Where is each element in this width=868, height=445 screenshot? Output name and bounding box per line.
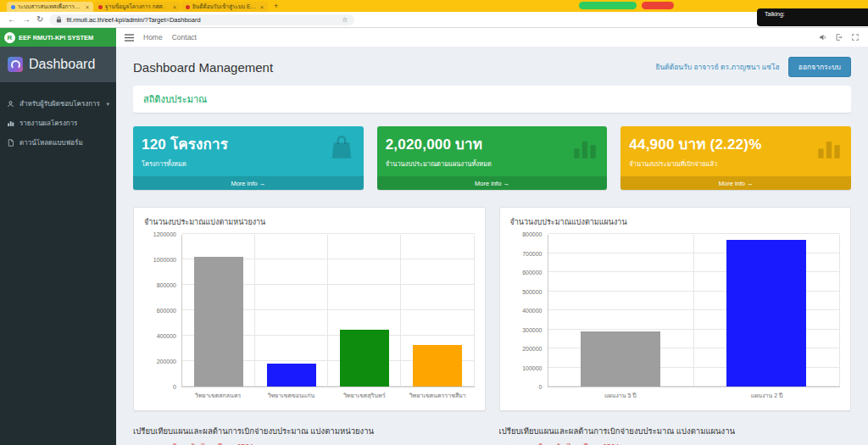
x-axis-label: วิทยาเขตสุรินทร์ [328,387,401,400]
sidebar-item-project-report[interactable]: รายงานผลโครงการ [0,114,116,133]
chart-bar [413,345,462,387]
sidebar-item-label: สำหรับผู้รับผิดชอบโครงการ [19,98,100,109]
tab-title: ยินดีต้อนรับเข้าสู่ระบบ EEF-KPI [192,3,258,11]
stat-card-value: 44,900 บาท (2.22)% [629,132,843,155]
x-axis-label: วิทยาเขตขอนแก่น [254,387,327,400]
forward-icon[interactable]: → [22,15,31,24]
browser-tab[interactable]: ฐานข้อมูลโครงการ กสศ. × [94,2,181,12]
stat-card-subtitle: โครงการทั้งหมด [142,159,355,169]
navbar-icons [819,33,860,42]
sign-out-icon[interactable] [835,33,843,42]
new-tab-button[interactable]: + [274,3,278,10]
lock-icon [56,16,62,23]
stat-card-subtitle: จำนวนงบประมาณตามแผนงานทั้งหมด [386,159,599,169]
page-header: Dashboard Management ยินดีต้อนรับ อาจารย… [133,53,851,86]
sidebar: R EEF RMUTI-KPI SYSTEM Dashboard สำหรับผ… [0,28,116,445]
volume-icon[interactable] [819,33,827,42]
bottom-section-by-unit: เปรียบเทียบแผนและผลด้านการเบิกจ่ายงบประม… [133,425,486,445]
brand-header[interactable]: R EEF RMUTI-KPI SYSTEM [0,28,116,47]
tab-favicon-icon [98,5,103,9]
stat-card-value: 2,020,000 บาท [386,132,599,155]
bottom-section-by-plan: เปรียบเทียบแผนและผลด้านการเบิกจ่ายงบประม… [499,425,852,445]
refresh-icon[interactable]: ↻ [36,15,43,24]
brand-title: EEF RMUTI-KPI SYSTEM [19,34,93,42]
header-right: ยินดีต้อนรับ อาจารย์ ดร.ภาญชนา แซ่โฮ ออก… [655,57,851,77]
talking-label: Talking: [765,11,785,17]
chart-bar [194,257,243,387]
chart-panel-by-unit: จำนวนงบประมาณแบ่งตามหน่วยงาน 02000004000… [133,207,486,411]
more-info-link[interactable]: More info → [133,176,364,190]
chart-bar [581,331,660,387]
stat-card-body: 44,900 บาท (2.22)% จำนวนงบประมาณที่เบิกจ… [620,126,851,176]
stat-card-projects: 120 โครงการ โครงการทั้งหมด More info → [133,126,364,190]
charts-row: จำนวนงบประมาณแบ่งตามหน่วยงาน 02000004000… [133,207,851,411]
tab-close-icon[interactable]: × [173,4,176,10]
hamburger-menu-icon[interactable] [125,34,134,42]
chart-title: จำนวนงบประมาณแบ่งตามแผนงาน [510,216,841,228]
tab-close-icon[interactable]: × [86,4,89,10]
stat-card-subtitle: จำนวนงบประมาณที่เบิกจ่ายแล้ว [629,159,843,169]
tab-favicon-icon [186,5,190,9]
dashboard-gauge-icon [8,57,23,72]
chart-bar [340,330,389,387]
stat-card-value: 120 โครงการ [142,132,355,155]
sidebar-dashboard-header[interactable]: Dashboard [0,47,116,82]
browser-tab[interactable]: ระบบสารสนเทศเพื่อการบริหาร × [7,2,93,12]
tab-close-icon[interactable]: × [260,4,264,10]
sidebar-item-label: รายงานผลโครงการ [19,118,77,129]
tab-title: ฐานข้อมูลโครงการ กสศ. [105,3,170,11]
tab-favicon-icon [11,5,15,9]
nav-link-home[interactable]: Home [143,33,163,42]
budget-stats-panel: สถิติงบประมาณ [133,86,851,113]
browser-tab[interactable]: ยินดีต้อนรับเข้าสู่ระบบ EEF-KPI × [181,2,268,12]
file-icon [7,139,14,147]
green-action-button[interactable] [579,2,637,9]
talking-overlay: Talking: [757,8,868,26]
sidebar-item-label: ดาวน์โหลดแบบฟอร์ม [19,137,83,148]
bar-chart-icon [7,120,14,127]
sidebar-item-project-owner[interactable]: สำหรับผู้รับผิดชอบโครงการ ▾ [0,94,116,114]
shopping-bag-icon [327,133,356,165]
chart-title: จำนวนงบประมาณแบ่งตามหน่วยงาน [144,216,475,228]
app-window: R EEF RMUTI-KPI SYSTEM Dashboard สำหรับผ… [0,28,868,445]
bottom-section-titles: เปรียบเทียบแผนและผลด้านการเบิกจ่ายงบประม… [133,425,851,445]
stat-card-total-budget: 2,020,000 บาท จำนวนงบประมาณตามแผนงานทั้ง… [377,126,608,190]
bar-chart-by-plan: 0100000200000300000400000500000600000700… [510,235,841,400]
bottom-section-title: เปรียบเทียบแผนและผลด้านการเบิกจ่ายงบประม… [133,425,486,437]
bookmark-star-icon[interactable]: ☆ [342,16,348,24]
url-text: fit.rmuti.ac.th/eef-kpi/admin/?Target=Da… [66,16,200,24]
sidebar-item-download-forms[interactable]: ดาวน์โหลดแบบฟอร์ม [0,133,116,153]
user-icon [7,100,14,108]
stat-card-body: 2,020,000 บาท จำนวนงบประมาณตามแผนงานทั้ง… [377,126,608,176]
page-title: Dashboard Management [133,60,273,75]
brand-logo-icon: R [4,32,15,43]
logout-button[interactable]: ออกจากระบบ [788,57,851,77]
sidebar-menu: สำหรับผู้รับผิดชอบโครงการ ▾ รายงานผลโครง… [0,94,116,153]
screen: ระบบสารสนเทศเพื่อการบริหาร × ฐานข้อมูลโค… [0,0,868,445]
budget-stats-title: สถิติงบประมาณ [143,92,841,107]
more-info-link[interactable]: More info → [620,176,851,190]
red-action-button[interactable] [642,2,674,9]
x-axis-label: วิทยาเขตสกลนคร [181,387,254,400]
more-info-link[interactable]: More info → [377,176,608,190]
bar-chart-icon [815,133,843,165]
url-input[interactable]: fit.rmuti.ac.th/eef-kpi/admin/?Target=Da… [49,14,354,25]
stat-cards: 120 โครงการ โครงการทั้งหมด More info → 2… [133,126,851,190]
back-icon[interactable]: ← [8,15,16,24]
stat-card-disbursed-budget: 44,900 บาท (2.22)% จำนวนงบประมาณที่เบิกจ… [620,126,851,190]
dashboard-title: Dashboard [29,57,95,72]
bottom-section-subtitle: ภาพรวมมหาวิทยาลัย ปีการศึกษา 2564 [133,441,486,445]
x-axis-label: แผนงาน 5 ปี [548,387,694,400]
x-axis-label: วิทยาเขตนครราชสีมา [401,387,474,400]
main-area: Home Contact Dashboard Management ยินดีต… [116,28,868,445]
content-area: Dashboard Management ยินดีต้อนรับ อาจารย… [116,47,868,445]
fullscreen-icon[interactable] [851,33,860,42]
nav-link-contact[interactable]: Contact [172,33,197,42]
top-navbar: Home Contact [116,28,868,47]
chart-bar [726,240,806,387]
bottom-section-subtitle: ภาพรวมมหาวิทยาลัย ปีการศึกษา 2564 [499,441,852,445]
welcome-text: ยินดีต้อนรับ อาจารย์ ดร.ภาญชนา แซ่โฮ [655,61,779,73]
stat-card-body: 120 โครงการ โครงการทั้งหมด [133,126,364,176]
bar-chart-by-unit: 020000040000060000080000010000001200000ว… [144,235,475,400]
chevron-down-icon: ▾ [106,101,109,108]
